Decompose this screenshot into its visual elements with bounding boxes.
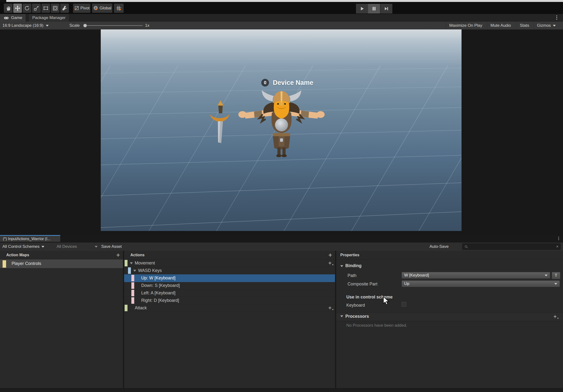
titlebar-notch (0, 0, 6, 2)
action-map-row-player-controls[interactable]: Player Controls (0, 259, 123, 268)
device-name-label: Device Name (273, 79, 313, 87)
save-asset-label: Save Asset (101, 244, 122, 249)
hand-tool-button[interactable] (4, 4, 13, 13)
game-view-menu-button[interactable] (556, 15, 557, 16)
tab-game[interactable]: Game (0, 14, 26, 22)
game-scene (101, 29, 461, 231)
chevron-down-icon (41, 246, 44, 248)
binding-label: Up: W [Keyboard] (141, 275, 176, 281)
action-row-attack[interactable]: Attack + (124, 304, 335, 312)
save-asset-button[interactable]: Save Asset (101, 243, 122, 251)
action-row-wasd-keys[interactable]: WASD Keys (124, 267, 335, 274)
stats-label: Stats (520, 23, 529, 28)
keyboard-scheme-label: Keyboard (346, 303, 365, 308)
scale-slider-knob[interactable] (83, 24, 87, 27)
input-actions-tabbar: (*) InputActions_Warrior (I... (0, 235, 563, 243)
chevron-down-icon (46, 25, 49, 26)
path-dropdown[interactable]: W [Keyboard] (401, 272, 550, 279)
actions-panel: Actions + Movement + WASD Keys Up: W [Ke… (124, 251, 335, 392)
scale-value: 1x (145, 22, 149, 29)
window-bottom-strip (0, 388, 563, 392)
action-maps-header: Action Maps + (0, 251, 123, 259)
search-input[interactable]: × (462, 244, 561, 250)
add-processor-button[interactable]: + (553, 313, 557, 320)
binding-foldout-icon[interactable] (340, 265, 343, 267)
editor-toolbar: Pivot Global (0, 2, 563, 14)
pivot-toggle[interactable]: Pivot (73, 4, 90, 13)
scale-tool-button[interactable] (32, 4, 41, 13)
foldout-triangle-icon[interactable] (130, 262, 133, 264)
kebab-menu-icon (558, 236, 559, 237)
step-icon (384, 6, 389, 11)
scale-label: Scale (69, 22, 80, 29)
binding-row-up[interactable]: Up: W [Keyboard] (124, 274, 335, 282)
transform-tool-button[interactable] (51, 4, 60, 13)
move-tool-button[interactable] (13, 4, 22, 13)
add-binding-button[interactable]: + (328, 304, 332, 312)
kebab-menu-icon (556, 15, 557, 16)
clear-search-icon[interactable]: × (556, 245, 558, 249)
tab-game-label: Game (11, 15, 22, 20)
binding-row-right[interactable]: Right: D [Keyboard] (124, 297, 335, 304)
path-label: Path (347, 273, 357, 278)
mute-audio-button[interactable]: Mute Audio (487, 22, 516, 29)
binding-row-left[interactable]: Left: A [Keyboard] (124, 289, 335, 297)
grid-snap-button[interactable] (114, 4, 124, 13)
devices-dropdown[interactable]: All Devices (57, 243, 98, 251)
processors-foldout-icon[interactable] (340, 315, 343, 317)
path-value: W [Keyboard] (404, 273, 545, 278)
stats-button[interactable]: Stats (516, 22, 534, 29)
composite-part-dropdown[interactable]: Up (401, 280, 560, 287)
tab-input-actions-warrior[interactable]: (*) InputActions_Warrior (I... (0, 235, 60, 242)
keyboard-scheme-checkbox[interactable] (401, 302, 406, 307)
chevron-down-icon (554, 283, 557, 285)
control-schemes-dropdown[interactable]: All Control Schemes (2, 243, 44, 251)
add-action-map-button[interactable]: + (116, 251, 120, 259)
actions-header: Actions + (124, 251, 335, 259)
player-index-badge: 0 (261, 79, 269, 87)
maximize-on-play-button[interactable]: Maximize On Play (446, 22, 487, 29)
move-icon (14, 5, 21, 11)
rect-tool-button[interactable] (41, 4, 50, 13)
gamepad-icon (3, 15, 9, 21)
maximize-on-play-label: Maximize On Play (449, 23, 482, 28)
pause-icon (371, 6, 377, 11)
binding-color-bar (131, 290, 134, 296)
tab-package-manager[interactable]: Package Manager (29, 14, 69, 22)
rotate-tool-button[interactable] (23, 4, 31, 13)
add-binding-button[interactable]: + (328, 259, 332, 267)
composite-part-value: Up (404, 281, 554, 286)
aspect-ratio-dropdown[interactable]: 16:9 Landscape (16:9) (2, 22, 49, 29)
pivot-label: Pivot (80, 6, 90, 11)
action-map-color-bar (2, 260, 6, 268)
custom-tool-icon (62, 5, 68, 11)
play-button[interactable] (356, 4, 368, 13)
binding-row-down[interactable]: Down: S [Keyboard] (124, 282, 335, 289)
binding-color-bar (131, 282, 134, 289)
add-action-button[interactable]: + (328, 251, 332, 259)
gizmos-label: Gizmos (537, 23, 551, 28)
action-label: Movement (135, 261, 155, 266)
grid-snap-icon (116, 5, 122, 11)
foldout-triangle-icon[interactable] (133, 270, 136, 272)
global-toggle[interactable]: Global (92, 4, 112, 13)
tab-package-manager-label: Package Manager (32, 15, 65, 20)
chevron-down-icon (95, 246, 98, 248)
path-text-mode-button[interactable]: T (552, 272, 560, 279)
custom-tool-button[interactable] (60, 4, 69, 13)
devices-label: All Devices (57, 244, 77, 249)
auto-save-label: Auto-Save (429, 243, 448, 251)
input-actions-menu-button[interactable] (558, 236, 559, 237)
game-control-bar: 16:9 Landscape (16:9) Scale 1x Maximize … (0, 22, 563, 30)
mute-audio-label: Mute Audio (490, 23, 511, 28)
input-actions-tab-title: (*) InputActions_Warrior (I... (3, 237, 51, 241)
binding-color-bar (131, 275, 134, 281)
action-row-movement[interactable]: Movement + (124, 259, 335, 267)
hand-icon (5, 5, 11, 11)
pause-button[interactable] (368, 4, 380, 13)
gizmos-dropdown[interactable]: Gizmos (534, 22, 563, 29)
mouse-cursor (383, 297, 390, 305)
chevron-down-icon (553, 25, 556, 26)
scale-slider-track[interactable] (85, 25, 143, 26)
step-button[interactable] (380, 4, 392, 13)
